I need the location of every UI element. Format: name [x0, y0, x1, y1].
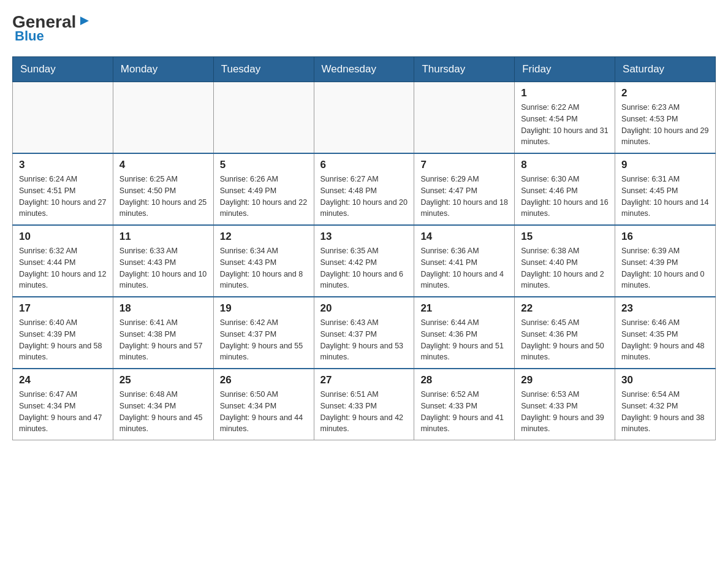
- day-number: 9: [621, 159, 709, 171]
- day-number: 16: [621, 231, 709, 243]
- day-number: 7: [420, 159, 508, 171]
- day-number: 26: [220, 374, 308, 386]
- calendar-cell: 3Sunrise: 6:24 AMSunset: 4:51 PMDaylight…: [13, 153, 113, 225]
- day-number: 30: [621, 374, 709, 386]
- day-info: Sunrise: 6:26 AMSunset: 4:49 PMDaylight:…: [220, 174, 308, 220]
- calendar-cell: 16Sunrise: 6:39 AMSunset: 4:39 PMDayligh…: [615, 225, 716, 297]
- day-info: Sunrise: 6:40 AMSunset: 4:39 PMDaylight:…: [19, 317, 107, 363]
- calendar-cell: 12Sunrise: 6:34 AMSunset: 4:43 PMDayligh…: [213, 225, 314, 297]
- day-number: 3: [19, 159, 107, 171]
- svg-marker-0: [80, 17, 89, 25]
- day-info: Sunrise: 6:22 AMSunset: 4:54 PMDaylight:…: [521, 102, 609, 148]
- weekday-header-monday: Monday: [113, 57, 213, 82]
- calendar-cell: [13, 82, 113, 154]
- day-info: Sunrise: 6:52 AMSunset: 4:33 PMDaylight:…: [420, 389, 508, 435]
- calendar-cell: 24Sunrise: 6:47 AMSunset: 4:34 PMDayligh…: [13, 369, 113, 440]
- calendar-cell: 8Sunrise: 6:30 AMSunset: 4:46 PMDaylight…: [515, 153, 615, 225]
- weekday-header-sunday: Sunday: [13, 57, 113, 82]
- week-row-3: 10Sunrise: 6:32 AMSunset: 4:44 PMDayligh…: [13, 225, 716, 297]
- weekday-header-thursday: Thursday: [414, 57, 515, 82]
- day-info: Sunrise: 6:39 AMSunset: 4:39 PMDaylight:…: [621, 245, 709, 291]
- day-info: Sunrise: 6:35 AMSunset: 4:42 PMDaylight:…: [320, 245, 408, 291]
- day-number: 12: [220, 231, 308, 243]
- day-info: Sunrise: 6:53 AMSunset: 4:33 PMDaylight:…: [521, 389, 609, 435]
- logo-arrow-icon: [78, 14, 91, 28]
- day-info: Sunrise: 6:48 AMSunset: 4:34 PMDaylight:…: [119, 389, 207, 435]
- calendar-cell: 22Sunrise: 6:45 AMSunset: 4:36 PMDayligh…: [515, 297, 615, 369]
- day-info: Sunrise: 6:47 AMSunset: 4:34 PMDaylight:…: [19, 389, 107, 435]
- calendar-cell: 4Sunrise: 6:25 AMSunset: 4:50 PMDaylight…: [113, 153, 213, 225]
- day-info: Sunrise: 6:50 AMSunset: 4:34 PMDaylight:…: [220, 389, 308, 435]
- day-number: 5: [220, 159, 308, 171]
- calendar-cell: 28Sunrise: 6:52 AMSunset: 4:33 PMDayligh…: [414, 369, 515, 440]
- day-number: 18: [119, 302, 207, 315]
- calendar-cell: 13Sunrise: 6:35 AMSunset: 4:42 PMDayligh…: [314, 225, 414, 297]
- calendar-cell: 15Sunrise: 6:38 AMSunset: 4:40 PMDayligh…: [515, 225, 615, 297]
- weekday-header-row: SundayMondayTuesdayWednesdayThursdayFrid…: [13, 57, 716, 82]
- header: General Blue: [12, 12, 716, 44]
- calendar-cell: 25Sunrise: 6:48 AMSunset: 4:34 PMDayligh…: [113, 369, 213, 440]
- day-number: 22: [521, 302, 609, 315]
- day-number: 13: [320, 231, 408, 243]
- day-info: Sunrise: 6:42 AMSunset: 4:37 PMDaylight:…: [220, 317, 308, 363]
- day-info: Sunrise: 6:36 AMSunset: 4:41 PMDaylight:…: [420, 245, 508, 291]
- week-row-1: 1Sunrise: 6:22 AMSunset: 4:54 PMDaylight…: [13, 82, 716, 154]
- day-info: Sunrise: 6:24 AMSunset: 4:51 PMDaylight:…: [19, 174, 107, 220]
- day-number: 1: [521, 87, 609, 99]
- calendar-cell: [414, 82, 515, 154]
- day-number: 19: [220, 302, 308, 315]
- day-number: 14: [420, 231, 508, 243]
- day-number: 8: [521, 159, 609, 171]
- calendar-table: SundayMondayTuesdayWednesdayThursdayFrid…: [12, 56, 716, 440]
- weekday-header-wednesday: Wednesday: [314, 57, 414, 82]
- day-info: Sunrise: 6:51 AMSunset: 4:33 PMDaylight:…: [320, 389, 408, 435]
- day-info: Sunrise: 6:29 AMSunset: 4:47 PMDaylight:…: [420, 174, 508, 220]
- calendar-cell: 20Sunrise: 6:43 AMSunset: 4:37 PMDayligh…: [314, 297, 414, 369]
- day-number: 11: [119, 231, 207, 243]
- calendar-cell: [314, 82, 414, 154]
- day-info: Sunrise: 6:32 AMSunset: 4:44 PMDaylight:…: [19, 245, 107, 291]
- day-number: 17: [19, 302, 107, 315]
- day-number: 6: [320, 159, 408, 171]
- calendar-cell: 19Sunrise: 6:42 AMSunset: 4:37 PMDayligh…: [213, 297, 314, 369]
- day-info: Sunrise: 6:34 AMSunset: 4:43 PMDaylight:…: [220, 245, 308, 291]
- day-info: Sunrise: 6:43 AMSunset: 4:37 PMDaylight:…: [320, 317, 408, 363]
- logo: General Blue: [12, 12, 91, 44]
- week-row-4: 17Sunrise: 6:40 AMSunset: 4:39 PMDayligh…: [13, 297, 716, 369]
- day-info: Sunrise: 6:38 AMSunset: 4:40 PMDaylight:…: [521, 245, 609, 291]
- week-row-2: 3Sunrise: 6:24 AMSunset: 4:51 PMDaylight…: [13, 153, 716, 225]
- day-info: Sunrise: 6:54 AMSunset: 4:32 PMDaylight:…: [621, 389, 709, 435]
- day-info: Sunrise: 6:30 AMSunset: 4:46 PMDaylight:…: [521, 174, 609, 220]
- weekday-header-saturday: Saturday: [615, 57, 716, 82]
- calendar-cell: 27Sunrise: 6:51 AMSunset: 4:33 PMDayligh…: [314, 369, 414, 440]
- day-info: Sunrise: 6:41 AMSunset: 4:38 PMDaylight:…: [119, 317, 207, 363]
- day-info: Sunrise: 6:46 AMSunset: 4:35 PMDaylight:…: [621, 317, 709, 363]
- day-number: 25: [119, 374, 207, 386]
- day-number: 29: [521, 374, 609, 386]
- day-number: 10: [19, 231, 107, 243]
- day-info: Sunrise: 6:44 AMSunset: 4:36 PMDaylight:…: [420, 317, 508, 363]
- day-number: 27: [320, 374, 408, 386]
- day-info: Sunrise: 6:25 AMSunset: 4:50 PMDaylight:…: [119, 174, 207, 220]
- calendar-cell: 23Sunrise: 6:46 AMSunset: 4:35 PMDayligh…: [615, 297, 716, 369]
- week-row-5: 24Sunrise: 6:47 AMSunset: 4:34 PMDayligh…: [13, 369, 716, 440]
- calendar-cell: 10Sunrise: 6:32 AMSunset: 4:44 PMDayligh…: [13, 225, 113, 297]
- day-number: 21: [420, 302, 508, 315]
- day-number: 15: [521, 231, 609, 243]
- day-info: Sunrise: 6:45 AMSunset: 4:36 PMDaylight:…: [521, 317, 609, 363]
- weekday-header-tuesday: Tuesday: [213, 57, 314, 82]
- calendar-cell: 30Sunrise: 6:54 AMSunset: 4:32 PMDayligh…: [615, 369, 716, 440]
- day-info: Sunrise: 6:33 AMSunset: 4:43 PMDaylight:…: [119, 245, 207, 291]
- calendar-cell: 5Sunrise: 6:26 AMSunset: 4:49 PMDaylight…: [213, 153, 314, 225]
- day-info: Sunrise: 6:31 AMSunset: 4:45 PMDaylight:…: [621, 174, 709, 220]
- calendar-cell: 2Sunrise: 6:23 AMSunset: 4:53 PMDaylight…: [615, 82, 716, 154]
- day-number: 23: [621, 302, 709, 315]
- calendar-cell: 1Sunrise: 6:22 AMSunset: 4:54 PMDaylight…: [515, 82, 615, 154]
- day-info: Sunrise: 6:23 AMSunset: 4:53 PMDaylight:…: [621, 102, 709, 148]
- calendar-cell: 14Sunrise: 6:36 AMSunset: 4:41 PMDayligh…: [414, 225, 515, 297]
- calendar-cell: 18Sunrise: 6:41 AMSunset: 4:38 PMDayligh…: [113, 297, 213, 369]
- day-number: 20: [320, 302, 408, 315]
- calendar-cell: 21Sunrise: 6:44 AMSunset: 4:36 PMDayligh…: [414, 297, 515, 369]
- calendar-cell: 29Sunrise: 6:53 AMSunset: 4:33 PMDayligh…: [515, 369, 615, 440]
- calendar-cell: [113, 82, 213, 154]
